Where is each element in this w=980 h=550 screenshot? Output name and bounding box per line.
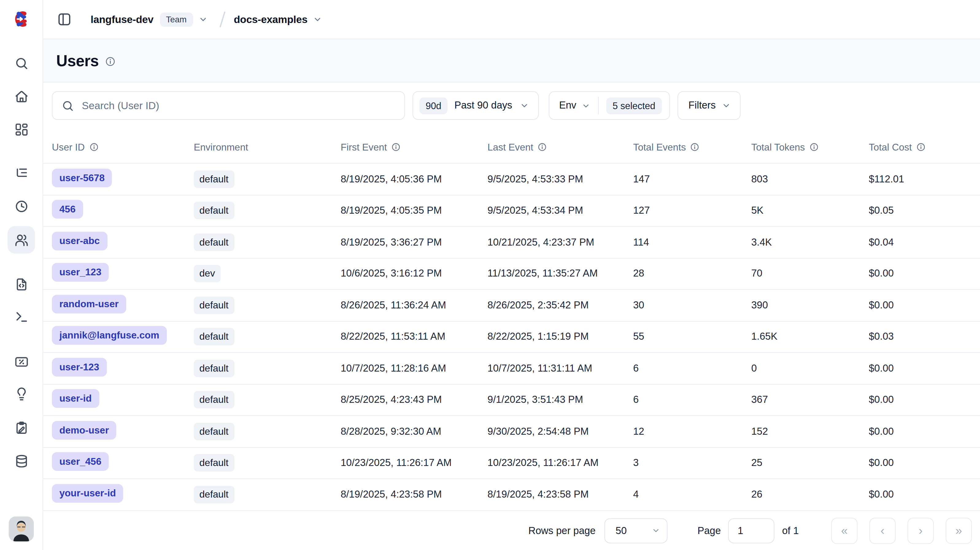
user-id-badge[interactable]: user-id <box>52 389 99 408</box>
column-header-user-id[interactable]: User ID <box>52 141 194 153</box>
column-header-total-tokens[interactable]: Total Tokens <box>751 141 869 153</box>
rows-per-page-select[interactable]: 50 <box>605 518 668 543</box>
double-chevron-left-icon: « <box>841 524 848 537</box>
total-events-cell: 12 <box>633 426 751 437</box>
total-cost-cell: $0.00 <box>869 363 980 374</box>
last-event-cell: 9/30/2025, 2:54:48 PM <box>488 426 633 437</box>
table-row[interactable]: your-user-id default 8/19/2025, 4:23:58 … <box>43 479 980 510</box>
first-event-cell: 10/7/2025, 11:28:16 AM <box>340 363 488 374</box>
column-header-total-cost[interactable]: Total Cost <box>869 141 980 153</box>
filters-button[interactable]: Filters <box>677 91 741 120</box>
total-cost-cell: $112.01 <box>869 174 980 185</box>
env-selected-badge: 5 selected <box>606 97 662 114</box>
total-events-cell: 3 <box>633 457 751 469</box>
column-header-environment[interactable]: Environment <box>194 141 340 153</box>
last-page-button[interactable]: » <box>946 518 972 544</box>
env-filter-button[interactable]: Env 5 selected <box>549 91 670 120</box>
sidebar-item-annotation[interactable] <box>7 414 35 442</box>
user-id-badge[interactable]: user-abc <box>52 231 107 250</box>
chevron-down-icon <box>519 101 529 111</box>
total-cost-cell: $0.00 <box>869 300 980 311</box>
table-row[interactable]: user-id default 8/25/2025, 4:23:43 PM 9/… <box>43 384 980 416</box>
date-range-button[interactable]: 90d Past 90 days <box>412 91 538 120</box>
page-info-icon[interactable] <box>105 56 116 67</box>
info-icon <box>690 142 700 152</box>
user-id-badge[interactable]: user_123 <box>52 263 109 282</box>
user-id-badge[interactable]: random-user <box>52 295 126 313</box>
playground-terminal-icon <box>14 309 29 324</box>
sidebar-item-users[interactable] <box>7 226 35 254</box>
home-icon <box>14 89 29 103</box>
table-row[interactable]: user-5678 default 8/19/2025, 4:05:36 PM … <box>43 164 980 195</box>
info-icon <box>538 142 547 152</box>
table-row[interactable]: 456 default 8/19/2025, 4:05:35 PM 9/5/20… <box>43 195 980 227</box>
total-events-cell: 55 <box>633 331 751 342</box>
total-tokens-cell: 803 <box>751 174 869 185</box>
total-tokens-cell: 26 <box>751 489 869 500</box>
column-header-total-events[interactable]: Total Events <box>633 141 751 153</box>
sidebar-item-lightbulb[interactable] <box>7 380 35 408</box>
sidebar-item-datasets[interactable] <box>7 447 35 475</box>
sidebar-item-dashboards[interactable] <box>7 116 35 143</box>
column-header-last-event[interactable]: Last Event <box>488 141 633 153</box>
page-label: Page <box>697 525 721 536</box>
environment-badge: default <box>194 202 234 219</box>
user-id-badge[interactable]: jannik@langfuse.com <box>52 326 167 345</box>
total-events-cell: 6 <box>633 363 751 374</box>
dashboard-grid-icon <box>14 122 29 136</box>
search-box[interactable] <box>52 91 405 120</box>
user-id-badge[interactable]: user-123 <box>52 358 107 376</box>
table-row[interactable]: user-abc default 8/19/2025, 3:36:27 PM 1… <box>43 227 980 258</box>
table-row[interactable]: user_456 default 10/23/2025, 11:26:17 AM… <box>43 448 980 479</box>
previous-page-button[interactable]: ‹ <box>869 518 896 544</box>
table-row[interactable]: demo-user default 8/28/2025, 9:32:30 AM … <box>43 416 980 448</box>
table-row[interactable]: random-user default 8/26/2025, 11:36:24 … <box>43 290 980 321</box>
sidebar-item-evaluation[interactable] <box>7 348 35 376</box>
search-icon <box>62 100 74 112</box>
sidebar-item-playground[interactable] <box>7 303 35 330</box>
total-events-cell: 4 <box>633 489 751 500</box>
column-header-first-event[interactable]: First Event <box>340 141 488 153</box>
user-id-badge[interactable]: demo-user <box>52 421 116 439</box>
sidebar-toggle-button[interactable] <box>57 12 72 27</box>
environment-badge: default <box>194 423 234 440</box>
datasets-database-icon <box>14 454 29 468</box>
panel-left-icon <box>57 12 72 27</box>
user-avatar[interactable] <box>9 517 34 541</box>
org-switcher-button[interactable] <box>198 14 208 25</box>
total-tokens-cell: 0 <box>751 363 869 374</box>
table-row[interactable]: jannik@langfuse.com default 8/22/2025, 1… <box>43 321 980 353</box>
filters-label: Filters <box>689 100 716 111</box>
sidebar-item-search[interactable] <box>7 49 35 77</box>
table-row[interactable]: user-123 default 10/7/2025, 11:28:16 AM … <box>43 353 980 384</box>
sidebar-item-prompts[interactable] <box>7 270 35 298</box>
first-event-cell: 8/19/2025, 4:05:35 PM <box>340 205 488 216</box>
first-page-button[interactable]: « <box>831 518 858 544</box>
lightbulb-icon <box>14 387 29 401</box>
page-number-input[interactable] <box>729 518 775 543</box>
user-id-badge[interactable]: 456 <box>52 200 83 219</box>
sidebar-item-sessions[interactable] <box>7 192 35 220</box>
chevron-right-icon: › <box>919 524 923 537</box>
user-id-badge[interactable]: user_456 <box>52 452 109 471</box>
sidebar-item-tracing[interactable] <box>7 160 35 187</box>
sidebar-item-home[interactable] <box>7 82 35 110</box>
project-switcher-button[interactable] <box>313 14 323 25</box>
page-header: Users <box>43 39 980 82</box>
project-name[interactable]: docs-examples <box>234 13 307 25</box>
environment-badge: default <box>194 170 234 188</box>
search-icon <box>14 56 29 70</box>
table-row[interactable]: user_123 dev 10/6/2025, 3:16:12 PM 11/13… <box>43 258 980 290</box>
org-name[interactable]: langfuse-dev <box>91 13 153 25</box>
environment-badge: default <box>194 360 234 377</box>
langfuse-logo[interactable] <box>12 10 31 29</box>
user-id-badge[interactable]: user-5678 <box>52 168 112 187</box>
last-event-cell: 10/23/2025, 11:26:17 AM <box>488 457 633 469</box>
app-window: langfuse-dev Team docs-examples Users <box>0 0 980 550</box>
environment-badge: default <box>194 454 234 472</box>
user-id-badge[interactable]: your-user-id <box>52 484 123 502</box>
table-body: user-5678 default 8/19/2025, 4:05:36 PM … <box>43 164 980 511</box>
search-input[interactable] <box>81 99 404 112</box>
next-page-button[interactable]: › <box>908 518 934 544</box>
evaluation-percent-icon <box>14 354 29 369</box>
